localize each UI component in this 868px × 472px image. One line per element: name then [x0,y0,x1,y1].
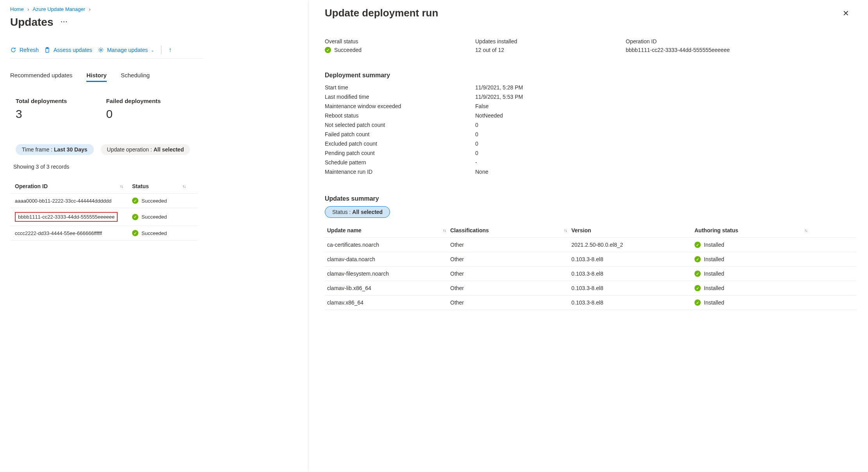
overall-status-value: Succeeded [334,47,362,53]
col-auth-label: Authoring status [694,227,738,233]
updates-row[interactable]: clamav-lib.x86_64Other0.103.3-8.el8Insta… [325,281,856,296]
refresh-label: Refresh [20,47,39,53]
summary-label: Not selected patch count [325,122,475,128]
summary-value: 11/9/2021, 5:28 PM [475,84,523,91]
summary-row: Maintenance window exceededFalse [325,102,852,111]
overview-opid: Operation ID bbbb1111-cc22-3333-44dd-555… [626,38,852,53]
stat-total: Total deployments 3 [16,98,67,121]
cell-version: 0.103.3-8.el8 [569,281,692,295]
status-filter-pill[interactable]: Status : All selected [325,206,390,218]
summary-label: Start time [325,84,475,91]
updates-row[interactable]: clamav.x86_64Other0.103.3-8.el8Installed [325,296,856,310]
more-menu-button[interactable]: ··· [60,16,67,27]
updates-table: Update name ↑↓ Classifications ↑↓ Versio… [325,223,856,310]
cell-status: Succeeded [127,194,190,208]
arrow-up-icon[interactable]: ↑ [168,46,172,53]
column-version[interactable]: Version [569,223,692,237]
column-classifications[interactable]: Classifications ↑↓ [448,223,569,237]
summary-label: Maintenance window exceeded [325,103,475,109]
summary-value: False [475,103,489,109]
table-row[interactable]: aaaa0000-bb11-2222-33cc-444444ddddddSucc… [10,194,198,208]
cell-authoring-status: Installed [692,252,809,266]
overall-status-label: Overall status [325,38,475,45]
manage-label: Manage updates [107,47,148,53]
cell-version: 0.103.3-8.el8 [569,267,692,281]
cell-version: 0.103.3-8.el8 [569,252,692,266]
refresh-button[interactable]: Refresh [10,47,39,53]
stat-failed: Failed deployments 0 [106,98,161,121]
updates-row[interactable]: clamav-data.noarchOther0.103.3-8.el8Inst… [325,252,856,267]
summary-row: Excluded patch count0 [325,139,852,148]
close-button[interactable]: ✕ [839,7,852,20]
installed-value: 12 out of 12 [475,47,626,53]
column-operation-id[interactable]: Operation ID ↑↓ [10,179,127,193]
breadcrumb-home[interactable]: Home [10,6,24,12]
cell-update-name: clamav-filesystem.noarch [325,267,448,281]
cell-classification: Other [448,267,569,281]
summary-label: Failed patch count [325,131,475,137]
column-authoring-status[interactable]: Authoring status ↑↓ [692,223,809,237]
sort-icon: ↑↓ [564,228,567,233]
cell-operation-id: bbbb1111-cc22-3333-44dd-555555eeeeee [10,208,127,226]
cell-operation-id: cccc2222-dd33-4444-55ee-666666ffffff [10,226,127,240]
assess-updates-button[interactable]: Assess updates [44,47,92,53]
page-title: Updates [10,16,53,28]
cell-version: 0.103.3-8.el8 [569,296,692,310]
refresh-icon [10,47,16,53]
svg-point-2 [100,49,102,51]
column-op-label: Operation ID [15,183,48,189]
breadcrumb: Home › Azure Update Manager › [10,5,203,15]
table-row[interactable]: bbbb1111-cc22-3333-44dd-555555eeeeeeSucc… [10,208,198,226]
tab-scheduling[interactable]: Scheduling [121,72,150,82]
sort-icon: ↑↓ [183,184,185,189]
tabs: Recommended updates History Scheduling [10,72,203,82]
detail-panel: Update deployment run ✕ Overall status S… [309,0,868,472]
filter-operation[interactable]: Update operation : All selected [101,144,190,155]
summary-value: None [475,169,488,175]
manage-updates-button[interactable]: Manage updates ⌄ [98,47,154,53]
summary-label: Pending patch count [325,150,475,156]
column-status-label: Status [132,183,149,189]
success-icon [694,299,701,306]
chevron-down-icon: ⌄ [151,48,154,52]
cell-authoring-status: Installed [692,281,809,295]
table-row[interactable]: cccc2222-dd33-4444-55ee-666666ffffffSucc… [10,226,198,240]
opid-value: bbbb1111-cc22-3333-44dd-555555eeeeee [626,47,852,53]
cell-status: Succeeded [127,210,190,224]
column-status[interactable]: Status ↑↓ [127,179,190,193]
cell-update-name: clamav.x86_64 [325,296,448,310]
cell-authoring-status: Installed [692,296,809,310]
col-name-label: Update name [327,227,362,233]
cell-authoring-status: Installed [692,238,809,252]
breadcrumb-parent[interactable]: Azure Update Manager [33,6,85,12]
summary-row: Maintenance run IDNone [325,167,852,176]
summary-row: Failed patch count0 [325,130,852,139]
summary-value: 0 [475,150,478,156]
cell-update-name: clamav-data.noarch [325,252,448,266]
tab-recommended[interactable]: Recommended updates [10,72,72,82]
summary-value: 0 [475,131,478,137]
tab-history[interactable]: History [86,72,107,82]
toolbar-divider [161,46,161,54]
gear-icon [98,47,104,53]
cell-update-name: clamav-lib.x86_64 [325,281,448,295]
summary-label: Schedule pattern [325,159,475,166]
filter-time-label: Time frame : [22,146,54,153]
success-icon [132,214,138,220]
column-update-name[interactable]: Update name ↑↓ [325,223,448,237]
clipboard-icon [44,47,50,53]
summary-label: Maintenance run ID [325,169,475,175]
summary-row: Schedule pattern- [325,158,852,167]
cell-operation-id: aaaa0000-bb11-2222-33cc-444444dddddd [10,194,127,208]
summary-label: Last modified time [325,94,475,100]
filter-op-value: All selected [154,146,184,153]
success-icon [694,285,701,291]
success-icon [132,198,138,204]
updates-row[interactable]: clamav-filesystem.noarchOther0.103.3-8.e… [325,267,856,281]
success-icon [325,47,331,53]
filter-timeframe[interactable]: Time frame : Last 30 Days [16,144,94,155]
stat-failed-label: Failed deployments [106,98,161,104]
cell-classification: Other [448,296,569,310]
sort-icon: ↑↓ [443,228,446,233]
updates-row[interactable]: ca-certificates.noarchOther2021.2.50-80.… [325,238,856,252]
